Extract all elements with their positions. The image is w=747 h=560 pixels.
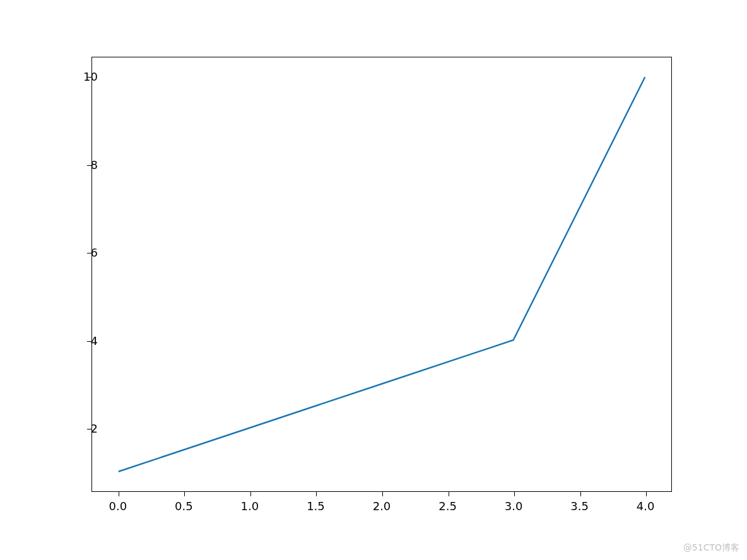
line-svg	[92, 57, 671, 491]
x-tick-label: 3.0	[505, 499, 523, 513]
y-tick-label: 4	[91, 334, 98, 347]
watermark: @51CTO博客	[683, 542, 739, 554]
x-tick	[184, 491, 185, 496]
x-tick	[449, 491, 449, 496]
plot-area	[91, 57, 672, 492]
x-tick	[580, 491, 581, 496]
x-tick-label: 0.0	[109, 499, 127, 513]
x-tick	[250, 491, 251, 496]
x-tick	[316, 491, 317, 496]
y-tick-label: 6	[91, 246, 98, 259]
y-tick-label: 10	[83, 70, 98, 83]
x-tick-label: 1.5	[307, 499, 325, 513]
line-series	[119, 77, 645, 471]
y-tick-label: 2	[91, 421, 98, 435]
x-tick-label: 4.0	[637, 499, 655, 513]
x-tick-label: 3.5	[570, 499, 589, 513]
chart-container: 2468100.00.51.01.52.02.53.03.54.0	[54, 50, 685, 523]
y-tick-label: 8	[91, 158, 98, 171]
x-tick	[119, 491, 119, 496]
x-tick-label: 1.0	[241, 499, 259, 513]
x-tick-label: 0.5	[175, 499, 193, 513]
x-tick-label: 2.5	[438, 499, 457, 513]
x-tick	[514, 491, 515, 496]
x-tick	[382, 491, 383, 496]
x-tick	[646, 491, 647, 496]
x-tick-label: 2.0	[373, 499, 391, 513]
